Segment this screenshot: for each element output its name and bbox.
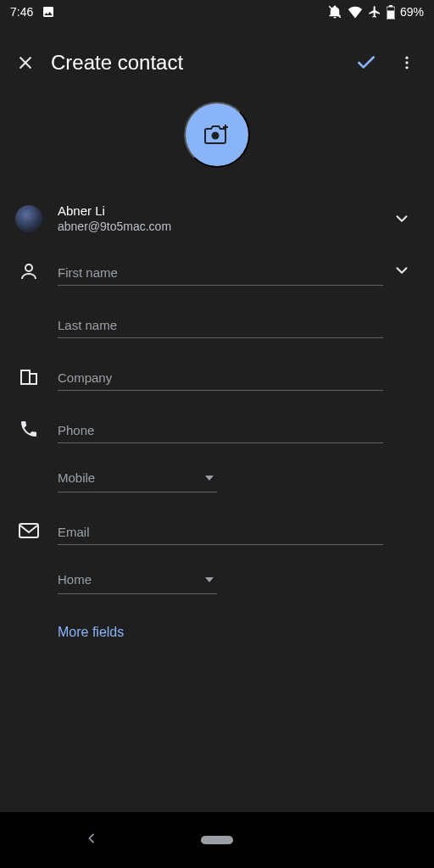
svg-point-7 <box>405 61 408 64</box>
account-row[interactable]: Abner Li abner@9to5mac.com <box>0 197 434 245</box>
check-icon <box>355 52 377 74</box>
avatar <box>15 205 42 232</box>
first-name-input[interactable] <box>58 260 383 286</box>
phone-input[interactable] <box>58 418 383 443</box>
status-battery-pct: 69% <box>400 5 424 19</box>
email-icon <box>18 522 40 539</box>
svg-rect-3 <box>387 10 394 19</box>
save-button[interactable] <box>346 42 387 83</box>
back-icon <box>85 832 98 845</box>
overflow-button[interactable] <box>387 42 427 83</box>
close-icon <box>16 53 35 72</box>
battery-icon <box>387 5 395 19</box>
email-type-select[interactable]: Home <box>58 564 217 594</box>
company-icon <box>19 366 39 387</box>
more-vert-icon <box>398 54 415 71</box>
dnd-off-icon <box>327 4 342 19</box>
dropdown-icon <box>205 476 214 481</box>
svg-point-6 <box>405 57 408 59</box>
page-title: Create contact <box>46 51 346 75</box>
chevron-down-icon <box>392 209 411 228</box>
nav-home-pill[interactable] <box>201 836 233 844</box>
status-time: 7:46 <box>10 5 33 19</box>
phone-type-select[interactable]: Mobile <box>58 462 217 492</box>
airplane-icon <box>368 5 381 19</box>
email-type-value: Home <box>58 572 92 587</box>
image-icon <box>42 5 55 19</box>
status-bar: 7:46 69% <box>0 0 434 24</box>
email-input[interactable] <box>58 520 383 545</box>
svg-rect-21 <box>19 524 38 537</box>
dropdown-icon <box>205 577 214 582</box>
chevron-down-icon <box>392 261 411 280</box>
wifi-icon <box>348 5 363 19</box>
company-input[interactable] <box>58 365 383 391</box>
phone-type-value: Mobile <box>58 470 95 485</box>
person-icon <box>19 261 39 281</box>
app-bar: Create contact <box>0 39 434 86</box>
svg-point-12 <box>25 264 32 271</box>
account-email: abner@9to5mac.com <box>58 220 383 233</box>
phone-icon <box>19 419 39 439</box>
nav-back-button[interactable] <box>85 832 98 849</box>
add-photo-icon <box>204 124 230 146</box>
last-name-input[interactable] <box>58 313 383 338</box>
svg-rect-14 <box>30 374 36 384</box>
add-photo-button[interactable] <box>184 102 250 168</box>
name-expand-button[interactable] <box>392 261 411 282</box>
close-button[interactable] <box>5 42 46 83</box>
svg-rect-2 <box>389 5 392 7</box>
more-fields-button[interactable]: More fields <box>58 625 124 640</box>
svg-point-8 <box>405 66 408 69</box>
svg-rect-13 <box>21 370 30 384</box>
system-nav-bar <box>0 812 434 868</box>
svg-point-9 <box>212 132 220 140</box>
account-name: Abner Li <box>58 203 383 218</box>
